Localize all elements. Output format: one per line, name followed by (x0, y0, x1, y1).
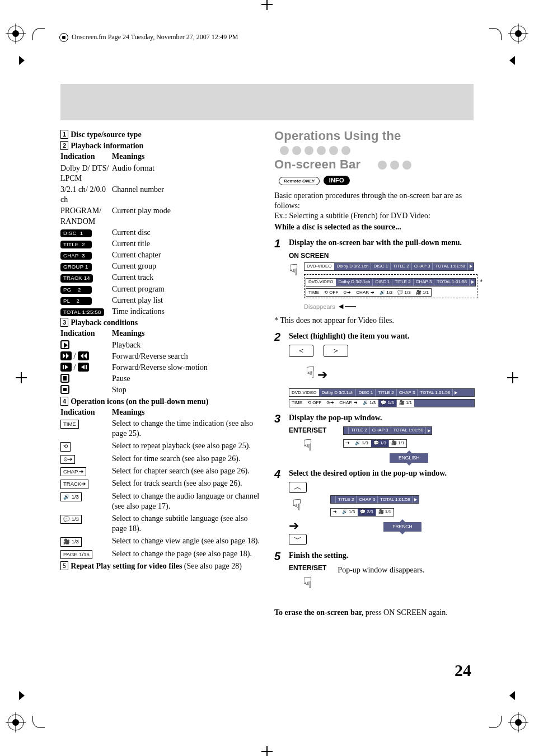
step-number: 5 (274, 551, 283, 593)
arrow-right-icon: ➔ (289, 518, 299, 534)
meaning-cell: Current group (112, 261, 261, 271)
step-number: 3 (274, 413, 283, 463)
indication-cell: ⟲ (60, 441, 112, 451)
osd-bar-row1: DVD-VIDEODolby D 3/2.1ch DISC 1TITLE 2CH… (306, 278, 476, 287)
enter-set-label: ENTER/SET (289, 564, 326, 573)
svg-point-5 (12, 719, 19, 726)
tri-mark-icon (19, 691, 25, 700)
operation-icon: 🎥 1/3 (60, 537, 82, 546)
arrow-left-icon: ◄── (337, 302, 356, 311)
table-row: TIMESelect to change the time indication… (60, 419, 261, 439)
step-5-note: Pop-up window disappears. (338, 564, 424, 575)
table-row: TRACK➔Select for track search (see also … (60, 478, 261, 489)
meaning-cell: Current play list (112, 295, 261, 306)
reg-mark-icon (6, 712, 26, 732)
enter-set-label: ENTER/SET (289, 426, 326, 435)
disappears-label: Disappears (304, 303, 335, 310)
operation-icon: ⟲ (60, 442, 71, 451)
slow-forward-icon (60, 363, 72, 372)
fast-forward-icon (60, 351, 72, 360)
cursor-down-button[interactable]: ﹀ (289, 534, 307, 545)
popup-french: FRENCH (383, 522, 421, 532)
operation-icon: 🔊 1/3 (60, 492, 82, 501)
meaning-cell: Forward/Reverse slow-motion (112, 363, 261, 373)
frame-corner-icon (32, 716, 45, 728)
osd-bar-row2: TIME⟲ OFF ⊙➔CHAP. ➔ 🔊 1/3💬 1/3🎥 1/1 (306, 288, 432, 297)
meaning-cell: Current play mode (112, 206, 261, 226)
step-3: 3 Display the pop-up window. ENTER/SET ☟… (274, 413, 475, 463)
operations-title: Operations Using the On-screen Bar Remot… (274, 129, 475, 186)
footnote-star: * This does not appear for Video files. (274, 316, 475, 326)
remote-only-badge: Remote ONLY (279, 177, 320, 185)
table-row: GROUP 1Current group (60, 261, 261, 271)
osd-chip-icon: PG 2 (60, 286, 92, 294)
step-3-text: Display the pop-up window. (289, 414, 382, 422)
operation-icon: CHAP.➔ (60, 467, 86, 476)
operation-icon: TIME (60, 420, 79, 429)
col-header-indication: Indication (60, 407, 112, 417)
meaning-cell: Current program (112, 284, 261, 294)
indication-cell: / (60, 363, 112, 373)
svg-point-6 (510, 715, 526, 730)
crop-mark-icon (261, 0, 273, 10)
tri-mark-icon (19, 56, 25, 65)
table-row: / Forward/Reverse search (60, 351, 261, 361)
meaning-cell: Current title (112, 239, 261, 249)
osd-expanded-box: * DVD-VIDEODolby D 3/2.1ch DISC 1TITLE 2… (304, 274, 477, 298)
indication-cell: 🔊 1/3 (60, 491, 112, 511)
hand-press-icon: ☟ (289, 260, 298, 280)
meaning-cell: Current chapter (112, 250, 261, 260)
step-2: 2 Select (highlight) the item you want. … (274, 331, 475, 407)
decor-dots-icon (378, 161, 411, 170)
cursor-left-button[interactable]: ＜ (289, 345, 313, 357)
indication-cell (60, 374, 112, 384)
col-header-indication: Indication (60, 328, 112, 339)
table-row: PG 2Current program (60, 284, 261, 294)
reg-mark-icon (508, 24, 528, 44)
table-row: 💬 1/3Select to change subtitle language … (60, 514, 261, 534)
play-icon (60, 340, 69, 349)
arrow-right-icon: ➔ (317, 367, 327, 383)
table-row: CHAP.➔Select for chapter search (see als… (60, 466, 261, 476)
indication-cell: 💬 1/3 (60, 514, 112, 534)
meaning-cell: Time indications (112, 307, 261, 317)
right-column: Operations Using the On-screen Bar Remot… (274, 129, 475, 618)
intro-text-2: Ex.: Selecting a subtitle (French) for D… (274, 211, 475, 221)
step-number: 2 (274, 331, 283, 407)
table-row: PROGRAM/ RANDOMCurrent play mode (60, 206, 261, 226)
osd-chip-icon: TITLE 2 (60, 241, 92, 248)
operation-icon: TRACK➔ (60, 480, 88, 489)
meaning-cell: Select to change subtitle language (see … (112, 514, 261, 534)
table-row: TOTAL 1:25:58Time indications (60, 307, 261, 317)
indication-cell: 3/2.1 ch/ 2/0.0 ch (60, 185, 112, 205)
table-row: DISC 1Current disc (60, 228, 261, 238)
section-1-heading: 1Disc type/source type (60, 130, 261, 140)
table-header: Indication Meanings (60, 328, 261, 339)
intro-bold: While a disc is selected as the source..… (274, 222, 475, 232)
table-row: TRACK 14Current track (60, 273, 261, 283)
step-2-text: Select (highlight) the item you want. (289, 332, 409, 340)
meaning-cell: Stop (112, 385, 261, 395)
osd-bar-partial: TITLE 2CHAP 3TOTAL 1:01:58 (343, 426, 432, 435)
table-row: Dolby D/ DTS/ LPCMAudio format (60, 163, 261, 184)
meaning-cell: Select to change the time indication (se… (112, 419, 261, 439)
table-row: Stop (60, 385, 261, 395)
frame-corner-icon (489, 28, 502, 40)
slow-reverse-icon (78, 363, 89, 372)
meaning-cell: Forward/Reverse search (112, 351, 261, 361)
osd-chip-icon: PL 2 (60, 297, 92, 305)
section-3-heading: 3Playback conditions (60, 318, 261, 328)
table-header: Indication Meanings (60, 152, 261, 162)
indication-cell: TOTAL 1:25:58 (60, 307, 112, 317)
page-number: 24 (455, 659, 471, 681)
hand-press-icon: ☟ (292, 495, 302, 515)
osd-chip-icon: CHAP 3 (60, 252, 92, 260)
indication-cell: TRACK➔ (60, 478, 112, 489)
cursor-right-button[interactable]: ＞ (324, 345, 348, 357)
meaning-cell: Current disc (112, 228, 261, 238)
step-number: 1 (274, 238, 283, 312)
cursor-up-button[interactable]: ︿ (289, 482, 307, 493)
meaning-cell: Pause (112, 374, 261, 384)
info-badge: INFO (324, 176, 350, 185)
indication-cell: Dolby D/ DTS/ LPCM (60, 163, 112, 184)
